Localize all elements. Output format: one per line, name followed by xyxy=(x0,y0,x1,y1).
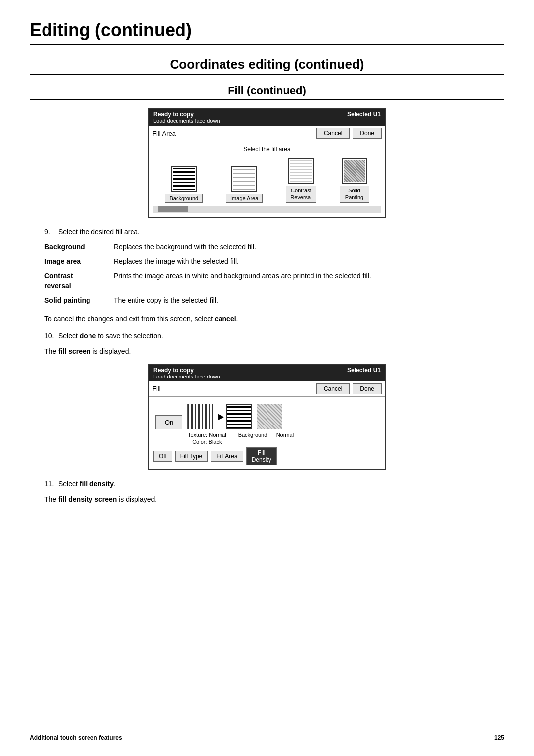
step11-number: 11. xyxy=(44,479,54,489)
fill-on-btn[interactable]: On xyxy=(155,415,182,429)
step9: 9. Select the desired fill area. xyxy=(44,227,490,237)
def-contrast-term: Contrastreversal xyxy=(44,271,104,291)
fill-texture-col xyxy=(187,404,213,429)
fill-density-icon[interactable] xyxy=(257,404,282,429)
screen2-toolbar: Fill Cancel Done xyxy=(149,381,385,397)
step10: 10. Select done to save the selection. xyxy=(44,331,490,341)
step9-number: 9. xyxy=(44,227,54,237)
step10-number: 10. xyxy=(44,331,54,341)
texture-labels: Texture: Normal Color: Black xyxy=(188,431,226,446)
screen2-cancel-btn[interactable]: Cancel xyxy=(316,383,350,394)
scrollbar-thumb xyxy=(158,206,188,212)
def-background-desc: Replaces the background with the selecte… xyxy=(114,242,490,252)
fill-bottom-row: Off Fill Type Fill Area Fill Density xyxy=(153,447,381,465)
section-title: Coordinates editing (continued) xyxy=(30,57,504,75)
solid-pattern xyxy=(344,160,365,182)
fill-type-btn[interactable]: Fill Type xyxy=(175,451,208,462)
fill-option-background[interactable]: Background xyxy=(165,166,203,203)
step11-text: Select fill density. xyxy=(58,479,116,489)
def-image-area-desc: Replaces the image with the selected fil… xyxy=(114,256,490,267)
screen1-cancel-btn[interactable]: Cancel xyxy=(316,128,350,139)
screen2-header: Ready to copy Load documents face down S… xyxy=(149,365,385,381)
fill-screen-note: The fill screen is displayed. xyxy=(44,346,490,357)
screen1-toolbar-label: Fill Area xyxy=(152,130,313,137)
fill-density-col xyxy=(257,404,282,429)
screen1-toolbar: Fill Area Cancel Done xyxy=(149,126,385,141)
screen2-body: On ▶ xyxy=(149,397,385,470)
screen1-done-btn[interactable]: Done xyxy=(353,128,382,139)
def-solid-desc: The entire copy is the selected fill. xyxy=(114,295,490,306)
fill-area-btn[interactable]: Fill Area xyxy=(211,451,243,462)
solid-icon xyxy=(342,158,367,184)
definitions-list: Background Replaces the background with … xyxy=(44,242,490,306)
screen2-header-right: Selected U1 xyxy=(347,367,381,379)
screen1-header-right: Selected U1 xyxy=(347,111,381,124)
screen1-scrollbar[interactable] xyxy=(153,206,381,213)
def-solid: Solid painting The entire copy is the se… xyxy=(44,295,490,306)
background-pattern xyxy=(173,168,195,190)
image-area-icon xyxy=(231,166,257,192)
fill-arrow-icon: ▶ xyxy=(218,412,224,421)
fill-on-col: On xyxy=(155,415,182,429)
def-image-area-term: Image area xyxy=(44,256,104,267)
contrast-pattern xyxy=(290,160,312,182)
screen2-toolbar-label: Fill xyxy=(152,385,313,392)
background-label2: Background xyxy=(238,431,267,438)
fill-off-btn[interactable]: Off xyxy=(153,451,172,462)
normal-label: Normal xyxy=(272,431,298,438)
def-contrast: Contrastreversal Prints the image areas … xyxy=(44,271,490,291)
contrast-label[interactable]: Contrast Reversal xyxy=(286,186,316,203)
fill-density-btn[interactable]: Fill Density xyxy=(246,447,277,465)
screen1-header-left: Ready to copy Load documents face down xyxy=(153,111,220,124)
fill-texture-icon[interactable] xyxy=(187,404,213,429)
fill-density-note: The fill density screen is displayed. xyxy=(44,494,490,505)
def-background-term: Background xyxy=(44,242,104,252)
screen1-header: Ready to copy Load documents face down S… xyxy=(149,109,385,126)
background-label[interactable]: Background xyxy=(165,194,203,203)
solid-label[interactable]: Solid Panting xyxy=(340,186,369,203)
def-image-area: Image area Replaces the image with the s… xyxy=(44,256,490,267)
contrast-icon xyxy=(288,158,314,184)
screen2-done-btn[interactable]: Done xyxy=(353,383,382,394)
fill-option-solid[interactable]: Solid Panting xyxy=(340,158,369,203)
footer-right: 125 xyxy=(494,734,504,741)
image-area-label[interactable]: Image Area xyxy=(226,194,263,203)
cancel-note: To cancel the changes and exit from this… xyxy=(44,314,490,324)
footer-left: Additional touch screen features xyxy=(30,734,122,741)
def-background: Background Replaces the background with … xyxy=(44,242,490,252)
fill-option-image-area[interactable]: Image Area xyxy=(226,166,263,203)
image-area-pattern xyxy=(233,168,255,190)
fill-option-contrast[interactable]: Contrast Reversal xyxy=(286,158,316,203)
screen2-mockup: Ready to copy Load documents face down S… xyxy=(148,364,386,471)
main-title: Editing (continued) xyxy=(30,20,504,45)
screen2-header-left: Ready to copy Load documents face down xyxy=(153,367,220,379)
step10-text: Select done to save the selection. xyxy=(58,331,163,341)
fill-background-col: ▶ xyxy=(218,404,252,429)
fill-background-icon[interactable] xyxy=(226,404,252,429)
background-icon xyxy=(171,166,197,192)
step9-text: Select the desired fill area. xyxy=(58,227,140,237)
scrollbar-track xyxy=(153,206,381,213)
step11: 11. Select fill density. xyxy=(44,479,490,489)
screen1-mockup: Ready to copy Load documents face down S… xyxy=(148,108,386,218)
fill-options-row: Background Image Area Contrast xyxy=(153,158,381,203)
screen1-instruction: Select the fill area xyxy=(153,146,381,153)
screen1-body: Select the fill area Background Image Ar… xyxy=(149,141,385,217)
def-solid-term: Solid painting xyxy=(44,295,104,306)
subsection-title: Fill (continued) xyxy=(30,84,504,100)
page-footer: Additional touch screen features 125 xyxy=(30,731,504,741)
def-contrast-desc: Prints the image areas in white and back… xyxy=(114,271,490,291)
